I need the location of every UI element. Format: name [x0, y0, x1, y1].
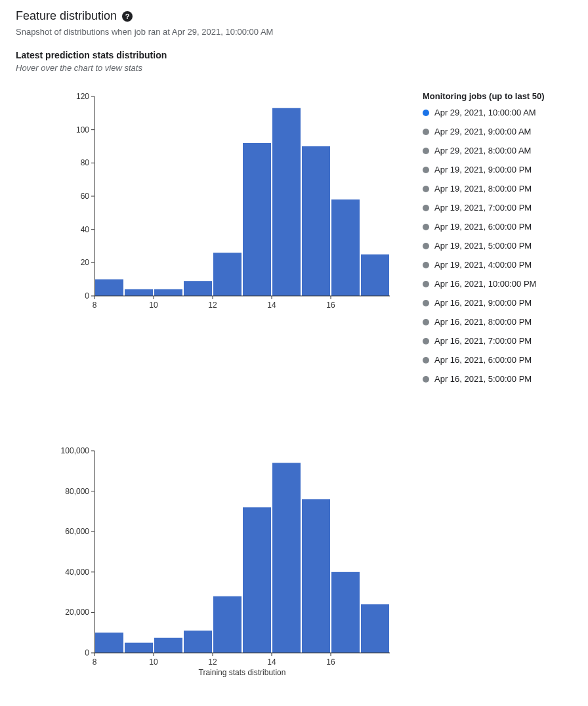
job-dot-icon [423, 129, 429, 135]
svg-text:80,000: 80,000 [65, 487, 89, 496]
job-dot-icon [423, 319, 429, 325]
job-dot-icon [423, 167, 429, 173]
monitoring-job-item[interactable]: Apr 16, 2021, 6:00:00 PM [423, 355, 545, 365]
job-label: Apr 29, 2021, 10:00:00 AM [434, 108, 536, 117]
svg-text:0: 0 [85, 648, 89, 657]
monitoring-job-item[interactable]: Apr 16, 2021, 5:00:00 PM [423, 374, 545, 384]
svg-text:12: 12 [208, 301, 217, 310]
job-dot-icon [423, 205, 429, 211]
bar[interactable] [184, 281, 212, 296]
job-label: Apr 19, 2021, 7:00:00 PM [434, 203, 532, 213]
monitoring-job-item[interactable]: Apr 19, 2021, 4:00:00 PM [423, 260, 545, 270]
job-dot-icon [423, 262, 429, 268]
svg-text:20: 20 [81, 258, 90, 267]
job-label: Apr 19, 2021, 9:00:00 PM [434, 165, 532, 175]
job-label: Apr 19, 2021, 6:00:00 PM [434, 222, 532, 232]
monitoring-job-item[interactable]: Apr 19, 2021, 6:00:00 PM [423, 222, 545, 232]
training-chart[interactable]: 020,00040,00060,00080,000100,00081012141… [55, 443, 396, 679]
monitoring-job-item[interactable]: Apr 29, 2021, 8:00:00 AM [423, 146, 545, 156]
job-label: Apr 16, 2021, 10:00:00 PM [434, 279, 536, 289]
bar[interactable] [331, 199, 360, 296]
svg-text:60: 60 [81, 192, 90, 201]
svg-text:8: 8 [93, 301, 97, 310]
svg-text:100,000: 100,000 [61, 446, 90, 455]
job-dot-icon [423, 357, 429, 363]
help-icon[interactable]: ? [122, 11, 133, 22]
job-label: Apr 16, 2021, 8:00:00 PM [434, 317, 532, 327]
svg-text:80: 80 [81, 158, 90, 167]
bar[interactable] [125, 289, 153, 296]
bar[interactable] [243, 507, 271, 653]
bar[interactable] [361, 604, 389, 653]
job-dot-icon [423, 300, 429, 306]
hint-text: Hover over the chart to view stats [16, 63, 572, 73]
job-label: Apr 16, 2021, 5:00:00 PM [434, 374, 532, 384]
job-dot-icon [423, 281, 429, 287]
bar[interactable] [331, 572, 360, 653]
svg-text:120: 120 [76, 92, 89, 101]
svg-text:20,000: 20,000 [65, 608, 89, 617]
job-dot-icon [423, 186, 429, 192]
svg-text:14: 14 [267, 301, 276, 310]
job-label: Apr 16, 2021, 7:00:00 PM [434, 336, 532, 346]
svg-text:10: 10 [149, 301, 158, 310]
bar[interactable] [272, 108, 301, 296]
bar[interactable] [243, 143, 271, 296]
monitoring-job-item[interactable]: Apr 19, 2021, 9:00:00 PM [423, 165, 545, 175]
monitoring-job-item[interactable]: Apr 16, 2021, 8:00:00 PM [423, 317, 545, 327]
job-dot-icon [423, 110, 429, 116]
monitoring-job-item[interactable]: Apr 16, 2021, 9:00:00 PM [423, 298, 545, 308]
prediction-chart[interactable]: 020406080100120810121416 [55, 89, 396, 312]
svg-text:8: 8 [93, 657, 97, 667]
job-label: Apr 19, 2021, 5:00:00 PM [434, 241, 532, 251]
job-dot-icon [423, 376, 429, 383]
monitoring-job-item[interactable]: Apr 19, 2021, 8:00:00 PM [423, 184, 545, 194]
job-label: Apr 19, 2021, 4:00:00 PM [434, 260, 532, 270]
job-label: Apr 19, 2021, 8:00:00 PM [434, 184, 532, 194]
monitoring-job-item[interactable]: Apr 16, 2021, 10:00:00 PM [423, 279, 545, 289]
monitoring-job-item[interactable]: Apr 29, 2021, 9:00:00 AM [423, 127, 545, 136]
job-label: Apr 29, 2021, 8:00:00 AM [434, 146, 531, 156]
bar[interactable] [213, 253, 242, 296]
monitoring-job-item[interactable]: Apr 19, 2021, 5:00:00 PM [423, 241, 545, 251]
bar[interactable] [361, 255, 389, 296]
monitoring-jobs-title: Monitoring jobs (up to last 50) [423, 91, 545, 101]
bar[interactable] [125, 643, 153, 653]
monitoring-job-item[interactable]: Apr 29, 2021, 10:00:00 AM [423, 108, 545, 117]
svg-text:12: 12 [208, 657, 217, 667]
page-title: Feature distribution [16, 9, 117, 23]
snapshot-subtitle: Snapshot of distributions when job ran a… [16, 27, 572, 37]
svg-text:40: 40 [81, 225, 90, 234]
job-label: Apr 16, 2021, 6:00:00 PM [434, 355, 532, 365]
svg-text:16: 16 [326, 657, 335, 667]
svg-text:100: 100 [76, 125, 89, 135]
job-dot-icon [423, 224, 429, 230]
bar[interactable] [272, 463, 301, 653]
section-title: Latest prediction stats distribution [16, 50, 572, 60]
svg-text:14: 14 [267, 657, 276, 667]
svg-text:Training stats distribution: Training stats distribution [199, 668, 286, 677]
svg-text:60,000: 60,000 [65, 527, 89, 536]
job-dot-icon [423, 148, 429, 154]
bar[interactable] [302, 146, 330, 296]
job-dot-icon [423, 338, 429, 344]
bar[interactable] [95, 280, 123, 296]
monitoring-job-item[interactable]: Apr 16, 2021, 7:00:00 PM [423, 336, 545, 346]
bar[interactable] [302, 499, 330, 653]
svg-text:10: 10 [149, 657, 158, 667]
monitoring-jobs-panel: Monitoring jobs (up to last 50) Apr 29, … [423, 89, 545, 393]
monitoring-job-item[interactable]: Apr 19, 2021, 7:00:00 PM [423, 203, 545, 213]
bar[interactable] [184, 631, 212, 653]
job-label: Apr 16, 2021, 9:00:00 PM [434, 298, 532, 308]
job-dot-icon [423, 243, 429, 249]
bar[interactable] [213, 596, 242, 653]
svg-text:16: 16 [326, 301, 335, 310]
svg-text:40,000: 40,000 [65, 568, 89, 577]
bar[interactable] [154, 638, 182, 653]
bar[interactable] [154, 289, 182, 296]
job-label: Apr 29, 2021, 9:00:00 AM [434, 127, 531, 136]
svg-text:0: 0 [85, 291, 89, 301]
bar[interactable] [95, 633, 123, 653]
